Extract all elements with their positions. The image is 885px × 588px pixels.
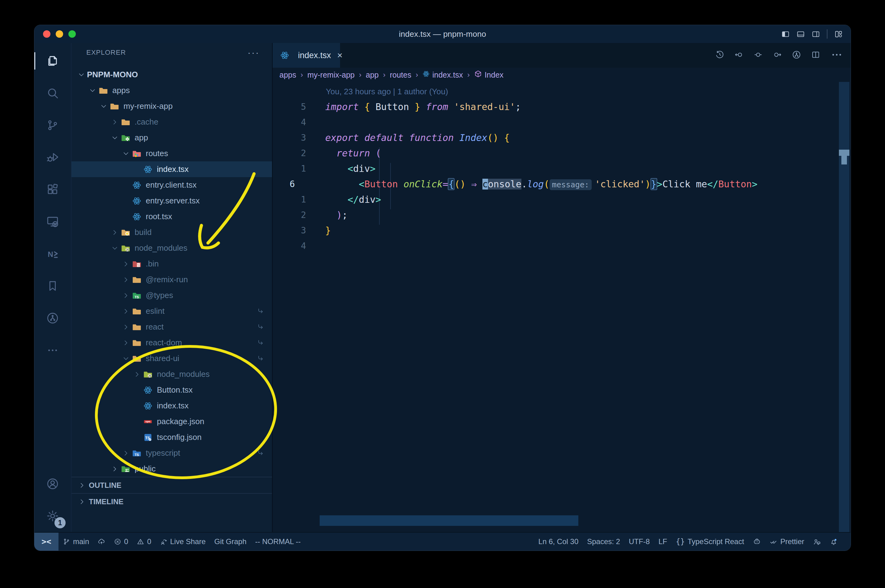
tree-item-app[interactable]: app [71, 130, 272, 146]
toggle-sidebar-left-icon[interactable] [781, 30, 790, 38]
customize-layout-icon[interactable] [834, 30, 843, 38]
section-timeline[interactable]: TIMELINE [71, 493, 272, 510]
more-icon[interactable] [830, 48, 843, 63]
tree-item-node-modules[interactable]: JSnode_modules [71, 366, 272, 382]
tree-item-index-tsx[interactable]: index.tsx [71, 398, 272, 414]
status-indentation[interactable]: Spaces: 2 [582, 532, 625, 550]
status-cursor-position[interactable]: Ln 6, Col 30 [534, 532, 582, 550]
chevron-right-icon[interactable] [120, 306, 131, 317]
tree-item--types[interactable]: TS@types [71, 288, 272, 303]
history-icon[interactable] [715, 50, 724, 61]
chevron-right-icon[interactable] [120, 274, 131, 285]
toggle-sidebar-right-icon[interactable] [812, 30, 820, 38]
activity-remote-explorer-icon[interactable] [34, 206, 71, 238]
tree-item-eslint[interactable]: eslint [71, 303, 272, 319]
chevron-right-icon[interactable] [109, 117, 120, 128]
status-sync[interactable] [93, 532, 110, 550]
remote-indicator[interactable]: >< [35, 532, 59, 550]
status-feedback[interactable] [808, 532, 825, 550]
section-outline[interactable]: OUTLINE [71, 477, 272, 493]
chevron-down-icon[interactable] [120, 148, 131, 159]
activity-accounts-icon[interactable] [34, 468, 71, 500]
git-blame-annotation[interactable]: You, 23 hours ago | 1 author (You) [326, 84, 838, 99]
tree-item-public[interactable]: public [71, 461, 272, 477]
breadcrumb-item-index-tsx[interactable]: index.tsx [422, 70, 463, 80]
breadcrumb-item-my-remix-app[interactable]: my-remix-app [307, 70, 355, 80]
tree-item-button-tsx[interactable]: Button.tsx [71, 382, 272, 398]
status-errors[interactable]: 0 [110, 532, 132, 550]
status-prettier[interactable]: Prettier [765, 532, 808, 550]
chevron-right-icon[interactable] [120, 337, 131, 348]
status-git-graph[interactable]: Git Graph [210, 532, 251, 550]
status-branch[interactable]: main [59, 532, 93, 550]
activity-source-control-icon[interactable] [34, 109, 71, 141]
tree-item-tsconfig-json[interactable]: TStsconfig.json [71, 429, 272, 445]
chevron-right-icon[interactable] [120, 448, 131, 459]
chevron-right-icon[interactable] [120, 290, 131, 301]
tree-item-index-tsx[interactable]: index.tsx [71, 161, 272, 177]
commit-graph-icon[interactable] [792, 50, 801, 61]
vertical-scrollbar[interactable] [839, 82, 849, 532]
chevron-down-icon[interactable] [120, 353, 131, 364]
status-live-share[interactable]: Live Share [156, 532, 210, 550]
tree-item--remix-run[interactable]: @remix-run [71, 272, 272, 288]
breadcrumb-item-routes[interactable]: routes [390, 70, 411, 80]
activity-explorer-icon[interactable] [34, 45, 71, 77]
next-change-icon[interactable] [773, 50, 782, 61]
chevron-down-icon[interactable] [98, 101, 109, 112]
status-notifications[interactable] [825, 532, 842, 550]
chevron-right-icon[interactable] [131, 369, 143, 380]
activity-run-debug-icon[interactable] [34, 141, 71, 173]
tree-item--bin[interactable]: 0110.bin [71, 256, 272, 272]
tree-item-my-remix-app[interactable]: my-remix-app [71, 98, 272, 114]
activity-git-graph-icon[interactable] [34, 302, 71, 334]
explorer-more-actions-icon[interactable]: ··· [248, 47, 260, 58]
code-editor[interactable]: You, 23 hours ago | 1 author (You)5impor… [272, 82, 850, 532]
status-vim-mode[interactable]: -- NORMAL -- [251, 532, 305, 550]
tree-item-entry-server-tsx[interactable]: entry.server.tsx [71, 193, 272, 208]
tree-item-routes[interactable]: routes [71, 146, 272, 161]
horizontal-scrollbar[interactable] [320, 515, 578, 526]
tree-item-react[interactable]: react [71, 319, 272, 335]
status-encoding[interactable]: UTF-8 [625, 532, 654, 550]
chevron-right-icon [77, 496, 87, 507]
breadcrumb-item-index[interactable]: Index [474, 70, 503, 80]
prev-change-icon[interactable] [734, 50, 744, 61]
change-icon[interactable] [754, 50, 763, 61]
status-warnings[interactable]: 0 [132, 532, 155, 550]
tree-item-entry-client-tsx[interactable]: entry.client.tsx [71, 177, 272, 193]
toggle-panel-bottom-icon[interactable] [796, 30, 805, 38]
tree-item--cache[interactable]: .cache [71, 114, 272, 130]
tree-item-node-modules[interactable]: JSnode_modules [71, 240, 272, 256]
tree-item-build[interactable]: build [71, 225, 272, 240]
tree-item-shared-ui[interactable]: shared-ui [71, 351, 272, 366]
tree-item-package-json[interactable]: npmpackage.json [71, 414, 272, 429]
status-language[interactable]: {}TypeScript React [671, 532, 748, 550]
chevron-right-icon[interactable] [109, 227, 120, 238]
activity-settings-icon[interactable]: 1 [34, 500, 71, 532]
chevron-right-icon[interactable] [109, 464, 120, 474]
close-tab-icon[interactable]: × [337, 50, 343, 61]
chevron-down-icon[interactable] [109, 243, 120, 254]
status-eol[interactable]: LF [654, 532, 671, 550]
activity-more-icon[interactable] [34, 334, 71, 366]
tree-item-root-tsx[interactable]: root.tsx [71, 208, 272, 225]
status-copilot[interactable] [748, 532, 765, 550]
tree-item-typescript[interactable]: TStypescript [71, 445, 272, 461]
split-editor-icon[interactable] [811, 50, 820, 61]
chevron-down-icon[interactable] [87, 85, 98, 96]
chevron-right-icon[interactable] [120, 321, 131, 333]
tree-item-react-dom[interactable]: react-dom [71, 335, 272, 351]
breadcrumb-item-apps[interactable]: apps [280, 70, 296, 80]
tab-index-tsx[interactable]: index.tsx × [272, 43, 340, 68]
activity-bookmarks-icon[interactable] [34, 270, 71, 302]
tree-item-apps[interactable]: apps [71, 82, 272, 98]
activity-nx-console-icon[interactable]: N [34, 238, 71, 270]
chevron-right-icon[interactable] [120, 258, 131, 270]
chevron-down-icon[interactable] [109, 132, 120, 144]
activity-search-icon[interactable] [34, 77, 71, 109]
chevron-down-icon[interactable] [76, 69, 87, 80]
activity-extensions-icon[interactable] [34, 173, 71, 206]
tree-item-pnpm-mono[interactable]: PNPM-MONO [71, 67, 272, 82]
breadcrumb-item-app[interactable]: app [366, 70, 379, 80]
